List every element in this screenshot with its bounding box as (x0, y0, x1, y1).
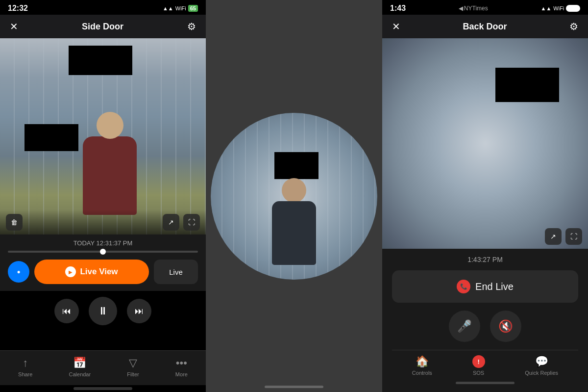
playback-controls: ⏮ ⏸ ⏭ (0, 291, 206, 331)
timeline-thumb[interactable] (100, 249, 106, 255)
left-nav-bar: ✕ Side Door ⚙ (0, 15, 206, 38)
middle-home-indicator (265, 386, 323, 388)
live-play-icon: ▶ (65, 266, 76, 277)
right-status-bar: 1:43 ◀ NYTimes ▲▲ WiFi 20+ (382, 0, 588, 15)
end-live-button[interactable]: 📞 End Live (392, 270, 578, 303)
signal-icon: ▲▲ (163, 5, 173, 11)
speaker-button[interactable]: 🔇 (490, 311, 521, 342)
share-nav-item[interactable]: ↑ Share (18, 357, 32, 377)
right-wifi-icon: WiFi (553, 5, 564, 11)
left-home-indicator (74, 387, 132, 390)
right-close-button[interactable]: ✕ (390, 19, 402, 34)
left-camera-view: 🗑 ↗ ⛶ (0, 38, 206, 235)
timeline-track[interactable] (8, 251, 198, 253)
left-panel: 12:32 ▲▲ WiFi 65 ✕ Side Door ⚙ 🗑 ↗ ⛶ (0, 0, 206, 392)
share-label: Share (18, 371, 32, 377)
middle-panel (206, 0, 382, 392)
right-bottom-nav: 🏠 Controls ! SOS 💬 Quick Replies (392, 350, 578, 378)
right-notification: ◀ NYTimes (459, 5, 488, 12)
pause-button[interactable]: ⏸ (89, 297, 117, 325)
camera-fullscreen-button[interactable]: ⛶ (183, 214, 200, 231)
filter-nav-item[interactable]: ▽ Filter (127, 357, 139, 377)
camera-right-btns: ↗ ⛶ (163, 214, 200, 231)
left-status-icons: ▲▲ WiFi 65 (163, 5, 198, 12)
fisheye-person-head (282, 178, 306, 203)
right-nav-title: Back Door (463, 22, 507, 32)
quick-replies-nav-item[interactable]: 💬 Quick Replies (525, 355, 558, 376)
calendar-nav-item[interactable]: 📅 Calendar (69, 357, 91, 377)
sos-icon: ! (472, 355, 485, 368)
prev-icon: ⏮ (62, 306, 71, 316)
live-dot-icon: ● (17, 268, 20, 275)
live-view-button[interactable]: ▶ Live View (34, 260, 149, 284)
notification-source: NYTimes (464, 5, 488, 12)
left-bottom-nav: ↑ Share 📅 Calendar ▽ Filter ••• More (0, 350, 206, 385)
calendar-label: Calendar (69, 371, 91, 377)
right-signal-icon: ▲▲ (541, 5, 552, 11)
end-live-label: End Live (475, 281, 514, 292)
quick-replies-label: Quick Replies (525, 370, 558, 376)
controls-nav-item[interactable]: 🏠 Controls (412, 355, 432, 376)
right-camera-view: ↗ ⛶ (382, 38, 588, 249)
right-battery-badge: 20+ (566, 5, 580, 12)
left-redaction-1 (69, 46, 132, 75)
right-status-time: 1:43 (390, 4, 406, 13)
live-dot-button[interactable]: ● (8, 261, 29, 283)
sos-label: SOS (473, 370, 484, 376)
fisheye-background (211, 113, 377, 280)
timeline-area: TODAY 12:31:37 PM ● ▶ Live View Live (0, 235, 206, 291)
prev-button[interactable]: ⏮ (54, 299, 79, 323)
left-redaction-2 (24, 124, 78, 151)
filter-icon: ▽ (129, 357, 137, 369)
right-fullscreen-button[interactable]: ⛶ (565, 228, 582, 245)
camera-expand-button[interactable]: ↗ (163, 214, 179, 231)
left-camera-background (0, 38, 206, 235)
right-status-icons: ▲▲ WiFi 20+ (541, 5, 580, 12)
more-label: More (175, 371, 188, 377)
pause-icon: ⏸ (98, 305, 108, 317)
left-nav-title: Side Door (82, 22, 123, 32)
right-camera-overlay: ↗ ⛶ (545, 228, 582, 245)
live-controls-row: ● ▶ Live View Live (8, 260, 198, 284)
controls-label: Controls (412, 370, 432, 376)
right-panel: 1:43 ◀ NYTimes ▲▲ WiFi 20+ ✕ Back Door ⚙… (382, 0, 588, 392)
live-view-label: Live View (80, 267, 118, 277)
person-body (83, 136, 137, 215)
right-redaction (495, 68, 559, 102)
speaker-muted-icon: 🔇 (498, 319, 513, 333)
left-person-silhouette (75, 112, 144, 220)
end-live-icon: 📞 (457, 280, 470, 293)
right-settings-button[interactable]: ⚙ (567, 19, 580, 34)
battery-badge: 65 (188, 5, 198, 12)
share-icon: ↑ (23, 357, 28, 369)
back-arrow-icon: ◀ (459, 5, 463, 12)
right-expand-button[interactable]: ↗ (545, 228, 562, 245)
more-nav-item[interactable]: ••• More (175, 357, 188, 377)
live-tab-button[interactable]: Live (154, 260, 198, 284)
right-timestamp: 1:43:27 PM (467, 256, 503, 263)
wifi-icon: WiFi (175, 5, 186, 11)
fisheye-person-body (272, 201, 316, 265)
camera-controls-overlay: 🗑 ↗ ⛶ (6, 214, 200, 231)
left-status-bar: 12:32 ▲▲ WiFi 65 (0, 0, 206, 15)
microphone-button[interactable]: 🎤 (449, 311, 480, 342)
next-icon: ⏭ (135, 306, 144, 316)
camera-delete-button[interactable]: 🗑 (6, 214, 23, 231)
right-camera-background (382, 38, 588, 249)
fisheye-camera (211, 113, 377, 280)
microphone-icon: 🎤 (457, 319, 472, 333)
calendar-icon: 📅 (73, 357, 86, 369)
mic-controls-row: 🎤 🔇 (449, 311, 521, 342)
person-head (97, 112, 123, 139)
left-settings-button[interactable]: ⚙ (185, 19, 198, 34)
sos-nav-item[interactable]: ! SOS (472, 355, 485, 376)
fisheye-person (272, 178, 316, 265)
quick-replies-icon: 💬 (535, 355, 548, 368)
next-button[interactable]: ⏭ (127, 299, 151, 323)
fisheye-redaction (274, 152, 318, 179)
left-close-button[interactable]: ✕ (8, 19, 20, 34)
right-nav-bar: ✕ Back Door ⚙ (382, 15, 588, 38)
left-status-time: 12:32 (8, 4, 28, 13)
controls-icon: 🏠 (416, 355, 429, 368)
timeline-timestamp: TODAY 12:31:37 PM (8, 239, 198, 247)
